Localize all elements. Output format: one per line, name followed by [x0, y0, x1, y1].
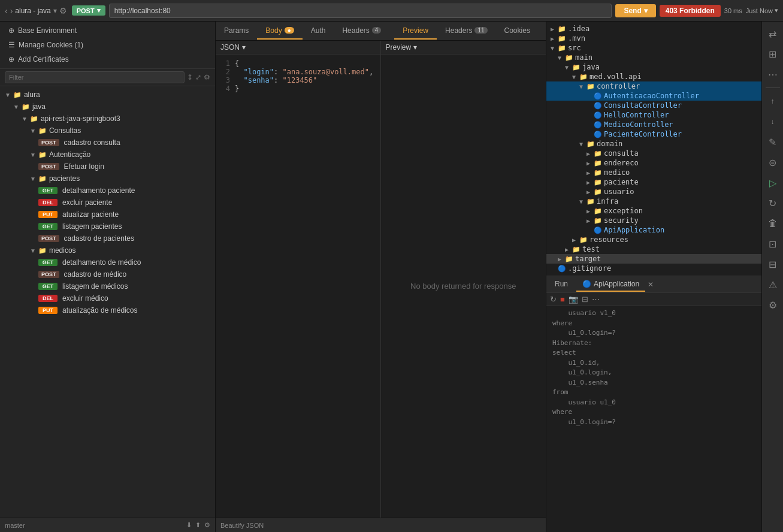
nav-back-button[interactable]: ‹ [5, 6, 8, 16]
file-tree-item[interactable]: 🔵 .gitignore [546, 264, 761, 273]
tree-item[interactable]: PUT atualizar paciente [0, 208, 215, 220]
right-sidebar-icon-12[interactable]: ⊟ [764, 256, 781, 273]
file-tree-item[interactable]: ▼📁 java [546, 62, 761, 72]
tab-preview[interactable]: Preview [394, 23, 437, 40]
file-tree-item[interactable]: ▼📁 domain [546, 139, 761, 149]
file-tree-item[interactable]: 🔵 PacienteController [546, 129, 761, 139]
file-tree-item[interactable]: ▼📁 main [546, 53, 761, 62]
file-tree-item[interactable]: 🔵 ConsultaController [546, 101, 761, 110]
file-tree-item[interactable]: 🔵 AutenticacaoController [546, 91, 761, 101]
tree-item[interactable]: DEL excluir paciente [0, 197, 215, 208]
right-sidebar-icon-9[interactable]: ↻ [764, 195, 781, 211]
tab-tests[interactable]: Tests [539, 23, 546, 40]
tab-headers-req[interactable]: Headers 4 [334, 23, 389, 40]
sidebar-item-add-certificates[interactable]: ⊕ Add Certificates [5, 53, 210, 66]
file-tree-item[interactable]: ▶📁 usuario [546, 187, 761, 197]
filter-settings-icon[interactable]: ⚙ [204, 73, 210, 81]
tab-headers-res[interactable]: Headers 11 [437, 23, 495, 40]
nav-forward-button[interactable]: › [10, 6, 13, 16]
tree-item[interactable]: ▼ 📁 medicos [0, 244, 215, 256]
tree-item[interactable]: POST Efetuar login [0, 161, 215, 173]
file-tree-item[interactable]: ▶📁 exception [546, 206, 761, 216]
console-tab-run[interactable]: Run [549, 277, 574, 292]
console-stop-icon[interactable]: ■ [560, 295, 565, 304]
preview-format-selector[interactable]: Preview ▾ [386, 43, 418, 52]
tree-item[interactable]: GET listagem de médicos [0, 280, 215, 292]
tab-cookies[interactable]: Cookies [496, 23, 539, 40]
right-sidebar-icon-7[interactable]: ⊜ [764, 154, 781, 171]
right-sidebar-icon-3[interactable]: ⋯ [764, 66, 781, 83]
tab-body[interactable]: Body ● [257, 23, 302, 40]
json-editor-body[interactable]: 1 { 2 "login": "ana.souza@voll.med", 3 "… [216, 55, 380, 518]
method-selector[interactable]: POST ▾ [72, 5, 105, 16]
right-sidebar-icon-13[interactable]: ⚠ [764, 276, 781, 293]
right-sidebar-icon-14[interactable]: ⚙ [764, 297, 781, 313]
beautify-json-button[interactable]: Beautify JSON [220, 522, 264, 529]
tree-item[interactable]: ▼ 📁 java [0, 101, 215, 113]
file-tree-item[interactable]: ▶📁 .idea [546, 24, 761, 34]
timestamp-selector[interactable]: Just Now ▾ [746, 7, 778, 14]
file-tree-item[interactable]: ▶📁 consulta [546, 149, 761, 158]
tree-item[interactable]: ▼ 📁 pacientes [0, 173, 215, 185]
collection-selector[interactable]: alura - java ▾ [15, 7, 56, 15]
json-format-selector[interactable]: JSON ▾ [220, 43, 246, 52]
tree-item[interactable]: ▼ 📁 alura [0, 89, 215, 101]
tree-item[interactable]: POST cadastro de médico [0, 268, 215, 280]
right-sidebar-icon-10[interactable]: 🗑 [764, 215, 781, 232]
filter-fullscreen-icon[interactable]: ⤢ [195, 73, 201, 81]
request-label: excluir médico [62, 294, 108, 303]
console-layout-icon[interactable]: ⊟ [582, 295, 588, 304]
file-tree-item[interactable]: ▶📁 paciente [546, 177, 761, 187]
tree-item[interactable]: ▼ 📁 Consultas [0, 125, 215, 137]
url-input[interactable] [109, 4, 612, 18]
file-tree-item[interactable]: ▼📁 src [546, 43, 761, 53]
file-tree-item[interactable]: 🔵 HelloController [546, 110, 761, 120]
file-tree-item[interactable]: ▶📁 medico [546, 168, 761, 177]
right-sidebar-icon-8[interactable]: ▷ [764, 174, 781, 191]
file-tree-item[interactable]: ▶📁 test [546, 244, 761, 254]
file-tree-item[interactable]: ▶📁 endereco [546, 158, 761, 168]
right-sidebar-icon-11[interactable]: ⊡ [764, 235, 781, 252]
settings-icon[interactable]: ⚙ [204, 521, 210, 529]
right-sidebar-icon-5[interactable]: ↓ [764, 113, 781, 130]
collection-settings-icon[interactable]: ⚙ [59, 6, 67, 16]
file-tree-item[interactable]: ▼📁 controller [546, 81, 761, 91]
tree-item[interactable]: GET listagem pacientes [0, 220, 215, 232]
right-sidebar-icon-4[interactable]: ↑ [764, 93, 781, 110]
console-screenshot-icon[interactable]: 📷 [569, 295, 578, 304]
console-more-icon[interactable]: ⋯ [592, 295, 600, 304]
file-tree-item[interactable]: ▼📁 med.voll.api [546, 72, 761, 81]
download-icon[interactable]: ⬇ [186, 521, 192, 529]
file-tree-item[interactable]: ▼📁 infra [546, 197, 761, 206]
right-sidebar-icon-2[interactable]: ⊞ [764, 46, 781, 62]
filter-input[interactable] [5, 71, 185, 83]
folder-label: api-rest-java-springboot3 [41, 114, 120, 123]
console-tab-api[interactable]: 🔵ApiApplication [576, 277, 645, 292]
filter-expand-icon[interactable]: ⇕ [187, 73, 193, 81]
tree-item[interactable]: POST cadastro consulta [0, 137, 215, 149]
tree-item[interactable]: ▼ 📁 Autenticação [0, 149, 215, 161]
right-sidebar-icon-6[interactable]: ✎ [764, 134, 781, 150]
file-tree-item[interactable]: 🔵 ApiApplication [546, 225, 761, 235]
file-tree-item[interactable]: ▶📁 security [546, 216, 761, 225]
tree-item[interactable]: ▼ 📁 api-rest-java-springboot3 [0, 113, 215, 125]
send-button[interactable]: Send ▾ [615, 4, 655, 17]
sidebar-item-base-environment[interactable]: ⊕ Base Environment [5, 24, 210, 37]
tree-item[interactable]: GET detalhamento de médico [0, 256, 215, 268]
file-tree-item[interactable]: 🔵 MedicoController [546, 120, 761, 129]
tree-item[interactable]: DEL excluir médico [0, 292, 215, 304]
tree-item[interactable]: POST cadastro de pacientes [0, 232, 215, 244]
tab-auth[interactable]: Auth [303, 23, 334, 40]
upload-icon[interactable]: ⬆ [195, 521, 201, 529]
ft-label: ApiApplication [604, 226, 664, 234]
tab-params[interactable]: Params [216, 23, 257, 40]
file-tree-item[interactable]: ▶📁 target [546, 254, 761, 264]
tree-item[interactable]: PUT atualização de médicos [0, 304, 215, 316]
file-tree-item[interactable]: ▶📁 resources [546, 235, 761, 244]
console-rerun-icon[interactable]: ↻ [550, 295, 557, 304]
file-tree-item[interactable]: ▶📁 .mvn [546, 34, 761, 43]
tree-item[interactable]: GET detalhamento paciente [0, 185, 215, 197]
right-sidebar-icon-1[interactable]: ⇄ [764, 25, 781, 42]
console-tab-close-icon[interactable]: ✕ [648, 280, 654, 289]
sidebar-item-manage-cookies[interactable]: ☰ Manage Cookies (1) [5, 38, 210, 52]
